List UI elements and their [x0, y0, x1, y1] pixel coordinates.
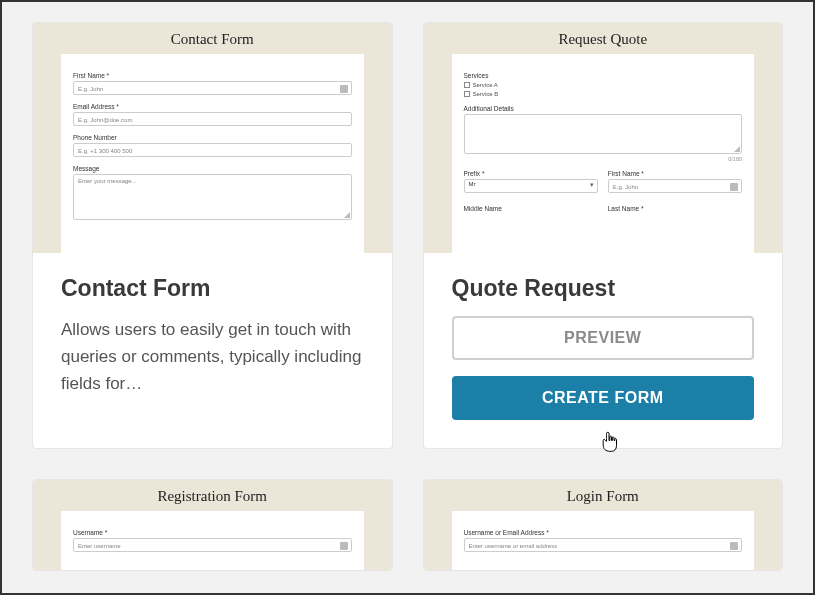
card-description: Allows users to easily get in touch with…	[61, 316, 364, 398]
checkbox-label: Service B	[473, 91, 499, 97]
resize-handle-icon	[734, 146, 740, 152]
form-preview-quote: Services Service A Service B Additional …	[452, 54, 755, 253]
field-label: Email Address	[73, 103, 352, 110]
field-input: Enter username	[73, 538, 352, 552]
form-preview-registration: Username Enter username	[61, 511, 364, 570]
thumb-title: Request Quote	[424, 23, 783, 54]
thumb-title: Contact Form	[33, 23, 392, 54]
field-label: Middle Name	[464, 205, 598, 212]
thumbnail-contact: Contact Form First Name E.g. John Email …	[33, 23, 392, 253]
field-select: Mr	[464, 179, 598, 193]
field-textarea: Enter your message...	[73, 174, 352, 220]
field-label: Last Name	[608, 205, 742, 212]
card-title: Contact Form	[61, 275, 364, 302]
checkbox-label: Service A	[473, 82, 498, 88]
field-label: Phone Number	[73, 134, 352, 141]
template-card-login[interactable]: Login Form Username or Email Address Ent…	[423, 479, 784, 571]
create-form-button[interactable]: CREATE FORM	[452, 376, 755, 420]
template-card-contact[interactable]: Contact Form First Name E.g. John Email …	[32, 22, 393, 449]
field-input: E.g. +1 300 400 500	[73, 143, 352, 157]
field-label: First Name	[73, 72, 352, 79]
field-input: E.g. John	[608, 179, 742, 193]
textarea-placeholder: Enter your message...	[78, 178, 137, 184]
card-body: Quote Request PREVIEW CREATE FORM	[424, 253, 783, 448]
field-label: Username or Email Address	[464, 529, 743, 536]
field-label: Message	[73, 165, 352, 172]
preview-button[interactable]: PREVIEW	[452, 316, 755, 360]
field-label: Prefix	[464, 170, 598, 177]
checkbox-row: Service A	[464, 82, 743, 88]
field-label: Username	[73, 529, 352, 536]
resize-handle-icon	[344, 212, 350, 218]
template-card-quote[interactable]: Request Quote Services Service A Service…	[423, 22, 784, 449]
form-preview-login: Username or Email Address Enter username…	[452, 511, 755, 570]
checkbox-icon	[464, 82, 470, 88]
thumb-title: Registration Form	[33, 480, 392, 511]
template-card-registration[interactable]: Registration Form Username Enter usernam…	[32, 479, 393, 571]
checkbox-row: Service B	[464, 91, 743, 97]
template-grid: Contact Form First Name E.g. John Email …	[2, 2, 813, 591]
field-label: First Name	[608, 170, 742, 177]
field-label: Additional Details	[464, 105, 743, 112]
thumbnail-login: Login Form Username or Email Address Ent…	[424, 480, 783, 570]
field-input: Enter username or email address	[464, 538, 743, 552]
field-textarea	[464, 114, 743, 154]
thumbnail-quote: Request Quote Services Service A Service…	[424, 23, 783, 253]
field-label: Services	[464, 72, 743, 79]
thumb-title: Login Form	[424, 480, 783, 511]
form-preview-contact: First Name E.g. John Email Address E.g. …	[61, 54, 364, 253]
field-input: E.g. John	[73, 81, 352, 95]
card-body: Contact Form Allows users to easily get …	[33, 253, 392, 426]
pointer-cursor-icon	[599, 431, 619, 455]
field-input: E.g. John@doe.com	[73, 112, 352, 126]
checkbox-icon	[464, 91, 470, 97]
card-title: Quote Request	[452, 275, 755, 302]
thumbnail-registration: Registration Form Username Enter usernam…	[33, 480, 392, 570]
